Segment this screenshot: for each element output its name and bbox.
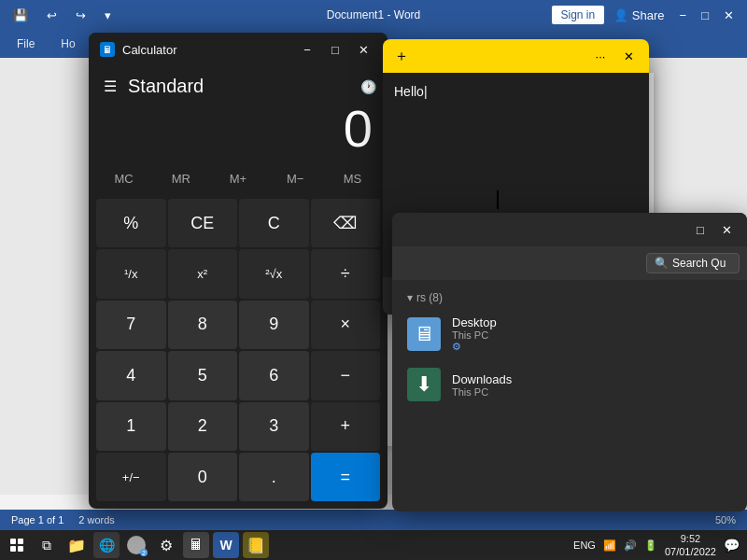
explorer-close-button[interactable]: ✕ <box>713 217 740 243</box>
explorer-section-header: ▾ rs (8) <box>400 287 740 308</box>
calc-mplus-button[interactable]: M+ <box>210 164 265 193</box>
notepad-titlebar-right: ··· ✕ <box>587 43 641 69</box>
taskbar-calculator-icon[interactable]: 🖩 <box>183 532 209 558</box>
taskbar-lang: ENG <box>573 539 596 551</box>
calc-3-button[interactable]: 3 <box>239 402 309 451</box>
taskbar-word-icon[interactable]: W <box>213 532 239 558</box>
explorer-item-desktop-name: Desktop <box>452 315 732 329</box>
explorer-item-desktop[interactable]: 🖥 Desktop This PC ⚙ <box>400 308 740 360</box>
word-undo-button[interactable]: ↩ <box>41 5 63 26</box>
calc-4-button[interactable]: 4 <box>96 351 166 399</box>
file-explorer-window: □ ✕ 🔍 Search Qu ▾ rs (8) 🖥 Desktop This … <box>392 213 747 511</box>
explorer-item-desktop-sub: This PC <box>452 329 732 341</box>
calc-0-button[interactable]: 0 <box>168 453 238 501</box>
explorer-chevron-icon: ▾ <box>407 291 413 304</box>
calculator-title: 🖩 Calculator <box>100 42 177 57</box>
explorer-item-downloads-info: Downloads This PC <box>452 372 732 398</box>
ribbon-tab-home[interactable]: Ho <box>55 34 80 54</box>
calc-backspace-button[interactable]: ⌫ <box>311 199 381 247</box>
explorer-item-downloads[interactable]: ⬇ Downloads This PC <box>400 360 740 409</box>
word-zoom-level: 50% <box>715 514 736 525</box>
taskbar-steam-icon[interactable]: 2 <box>123 532 149 558</box>
word-titlebar: 💾 ↩ ↪ ▾ Document1 - Word Sign in 👤 Share… <box>0 0 747 30</box>
calculator-menu-button[interactable]: ☰ <box>100 74 120 99</box>
calc-mr-button[interactable]: MR <box>153 164 208 193</box>
calc-2-button[interactable]: 2 <box>168 402 238 451</box>
calc-sqrt-button[interactable]: ²√x <box>239 249 309 298</box>
calc-7-button[interactable]: 7 <box>96 301 166 349</box>
explorer-desktop-icon: 🖥 <box>407 317 441 351</box>
taskbar-settings-icon[interactable]: ⚙ <box>153 532 179 558</box>
calculator-maximize-button[interactable]: □ <box>322 36 348 63</box>
explorer-downloads-icon: ⬇ <box>407 368 441 401</box>
word-minimize-button[interactable]: − <box>674 5 693 26</box>
ribbon-tab-file[interactable]: File <box>11 34 40 54</box>
taskbar-notification-icon[interactable]: 💬 <box>724 538 740 553</box>
taskbar-edge-icon[interactable]: 🌐 <box>93 532 120 558</box>
calc-divide-button[interactable]: ÷ <box>311 249 381 298</box>
explorer-search-box[interactable]: 🔍 Search Qu <box>646 253 740 273</box>
word-statusbar-right: 50% <box>715 514 736 525</box>
taskbar-volume-icon: 🔊 <box>624 539 637 552</box>
calc-clear-button[interactable]: C <box>239 199 309 247</box>
explorer-section-label: rs (8) <box>416 291 443 304</box>
calc-mminus-button[interactable]: M− <box>268 164 323 193</box>
calc-negate-button[interactable]: +/− <box>96 453 166 501</box>
taskbar-system-tray: ENG 📶 🔊 🔋 9:52 07/01/2022 💬 <box>573 532 743 559</box>
explorer-item-downloads-sub: This PC <box>452 386 732 398</box>
calc-decimal-button[interactable]: . <box>239 453 309 501</box>
word-signin-button[interactable]: Sign in <box>552 6 605 24</box>
calc-5-button[interactable]: 5 <box>168 351 238 399</box>
calculator-memory-row: MC MR M+ M− MS <box>89 162 388 195</box>
calc-6-button[interactable]: 6 <box>239 351 309 399</box>
word-close-button[interactable]: ✕ <box>718 5 740 26</box>
calc-mc-button[interactable]: MC <box>96 164 151 193</box>
calculator-memory-icon[interactable]: 🕐 <box>360 79 376 94</box>
taskbar-search-icon[interactable]: ⧉ <box>34 532 60 558</box>
calculator-title-label: Calculator <box>122 43 177 57</box>
calc-multiply-button[interactable]: × <box>311 301 381 349</box>
taskbar-date: 07/01/2022 <box>665 545 716 558</box>
word-maximize-button[interactable]: □ <box>696 5 714 26</box>
calc-ms-button[interactable]: MS <box>325 164 380 193</box>
taskbar-wifi-icon: 📶 <box>603 539 616 552</box>
calc-square-button[interactable]: x² <box>168 249 238 298</box>
calculator-buttons: % CE C ⌫ ¹/x x² ²√x ÷ 7 8 9 × 4 5 6 − 1 <box>89 195 388 509</box>
taskbar-time: 9:52 <box>665 532 716 545</box>
calc-equals-button[interactable]: = <box>311 453 381 501</box>
word-titlebar-left: 💾 ↩ ↪ ▾ <box>7 5 117 26</box>
word-word-count: 2 words <box>78 514 115 525</box>
calculator-close-button[interactable]: ✕ <box>350 36 376 63</box>
explorer-titlebar: □ ✕ <box>392 213 747 246</box>
calc-add-button[interactable]: + <box>311 402 381 451</box>
calculator-header: ☰ Standard 🕐 <box>89 66 388 103</box>
taskbar-notepad-icon[interactable]: 📒 <box>243 532 269 558</box>
calc-1-button[interactable]: 1 <box>96 402 166 451</box>
calc-reciprocal-button[interactable]: ¹/x <box>96 249 166 298</box>
word-save-button[interactable]: 💾 <box>7 5 34 26</box>
explorer-toolbar: 🔍 Search Qu <box>392 246 747 280</box>
calculator-row-1: % CE C ⌫ <box>96 199 380 247</box>
calc-percent-button[interactable]: % <box>96 199 166 247</box>
taskbar-explorer-icon[interactable]: 📁 <box>63 532 90 558</box>
explorer-maximize-button[interactable]: □ <box>687 217 713 243</box>
word-redo-button[interactable]: ↪ <box>70 5 92 26</box>
word-title: Document1 - Word <box>327 8 420 21</box>
word-titlebar-right: Sign in 👤 Share − □ ✕ <box>552 5 740 26</box>
calc-ce-button[interactable]: CE <box>168 199 238 247</box>
notepad-new-tab-button[interactable]: ＋ <box>390 45 413 68</box>
calc-9-button[interactable]: 9 <box>239 301 309 349</box>
calculator-minimize-button[interactable]: − <box>294 36 320 63</box>
taskbar-battery-icon: 🔋 <box>644 539 657 552</box>
notepad-close-button[interactable]: ✕ <box>615 43 641 69</box>
explorer-search-icon: 🔍 <box>655 257 669 270</box>
word-customize-button[interactable]: ▾ <box>99 5 117 26</box>
notepad-menu-button[interactable]: ··· <box>587 43 613 69</box>
explorer-search-text: Search Qu <box>672 257 726 270</box>
calculator-titlebar: 🖩 Calculator − □ ✕ <box>89 33 388 66</box>
calc-subtract-button[interactable]: − <box>311 351 381 399</box>
calc-8-button[interactable]: 8 <box>168 301 238 349</box>
start-button[interactable] <box>4 532 30 558</box>
taskbar-clock[interactable]: 9:52 07/01/2022 <box>665 532 716 559</box>
word-share-button[interactable]: 👤 Share <box>608 5 669 26</box>
